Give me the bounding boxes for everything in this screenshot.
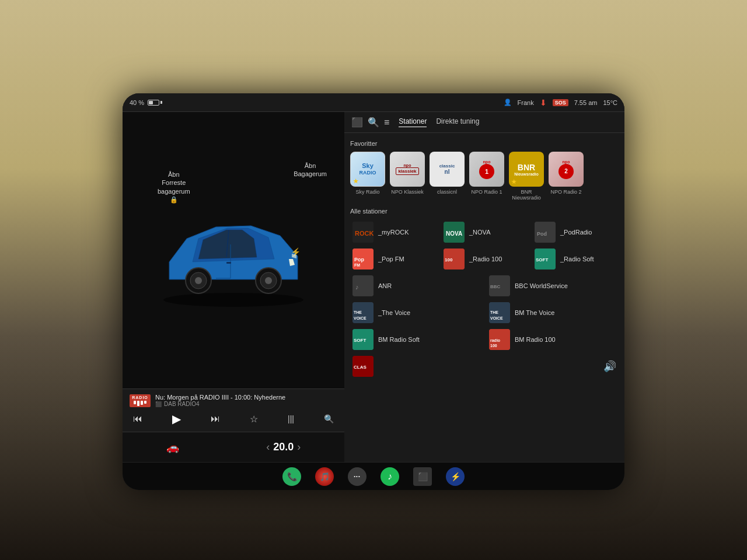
car-icon[interactable]: 🚗 — [166, 441, 179, 454]
stations-grid: ROCK _myROCK NOVA _NOVA Pod — [350, 219, 619, 379]
bm-radio100-thumb: radio100 — [489, 329, 510, 350]
download-icon: ⬇ — [540, 98, 547, 107]
station-nova[interactable]: NOVA _NOVA — [441, 219, 528, 245]
station-bm-radio100[interactable]: radio100 BM Radio 100 — [487, 327, 619, 352]
bluetooth-taskbar-icon[interactable]: ⚡ — [445, 466, 466, 487]
fav-bnr[interactable]: BNR Nieuwsradio ★ BNRNieuwsradio — [509, 152, 544, 201]
radio-bars — [134, 401, 146, 406]
svg-point-7 — [265, 277, 272, 284]
radio-badge: RADIO — [130, 394, 151, 407]
sky-radio-star: ★ — [353, 178, 358, 184]
battery-icon — [148, 100, 162, 106]
station-anr[interactable]: ♪ ANR — [350, 273, 482, 299]
status-right: 👤 Frank ⬇ SOS 7.55 am 15°C — [504, 98, 617, 107]
stations-row-5: SOFT BM Radio Soft radio100 BM Radio 100 — [350, 327, 619, 352]
svg-text:CLAS: CLAS — [354, 365, 366, 370]
station-radiosoft[interactable]: SOFT _Radio Soft — [532, 246, 619, 272]
right-panel: ⬛ 🔍 ≡ Stationer Direkte tuning Favoritte… — [344, 112, 624, 462]
favorite-button[interactable]: ☆ — [246, 412, 261, 426]
volume-icon: 🔊 — [603, 360, 616, 373]
bm-radio100-name: BM Radio 100 — [515, 336, 616, 343]
station-bm-voice[interactable]: THEVOICE BM The Voice — [487, 300, 619, 326]
right-header: ⬛ 🔍 ≡ Stationer Direkte tuning — [344, 112, 624, 133]
fav-npo-klassiek[interactable]: npo klassiek NPO Klassiek — [390, 152, 425, 201]
bm-soft-name: BM Radio Soft — [378, 336, 480, 343]
bnr-star: ★ — [511, 178, 516, 185]
npo-radio1-logo: npo 1 — [469, 152, 504, 187]
next-button[interactable]: ⏭ — [207, 412, 224, 425]
svg-text:FM: FM — [354, 263, 360, 267]
stations-row-1: ROCK _myROCK NOVA _NOVA Pod — [350, 219, 619, 245]
bnr-logo: BNR Nieuwsradio ★ — [509, 152, 544, 187]
dots-icon: ••• — [348, 467, 366, 486]
play-button[interactable]: ▶ — [169, 411, 184, 427]
station-podradio[interactable]: Pod _PodRadio — [532, 219, 619, 245]
prev-button[interactable]: ⏮ — [130, 412, 146, 425]
tv-taskbar-icon[interactable]: ⬛ — [412, 466, 433, 487]
tab-stationer[interactable]: Stationer — [399, 117, 427, 127]
station-bbc[interactable]: BBC BBC WorldService — [487, 273, 619, 299]
dots-taskbar-icon[interactable]: ••• — [347, 466, 368, 487]
all-stations-title: Alle stationer — [350, 208, 619, 215]
left-panel: ÅbnForrestebagagerum 🔒 ÅbnBagagerum — [123, 112, 344, 462]
station-popfm[interactable]: PopFM _Pop FM — [350, 246, 437, 272]
car-visualization: ⚡ — [123, 112, 344, 388]
audio-taskbar-icon[interactable]: 🎵 — [314, 466, 335, 487]
stations-row-4: THEVOICE _The Voice THEVOICE BM The Voic… — [350, 300, 619, 326]
svg-text:radio: radio — [490, 338, 500, 342]
spotify-icon: ♪ — [381, 467, 399, 486]
radio-label: RADIO — [132, 396, 148, 400]
radiosoft-name: _Radio Soft — [560, 256, 616, 262]
temperature-display: 15°C — [603, 99, 617, 106]
svg-text:THE: THE — [354, 310, 362, 314]
sky-radio-name: Sky Radio — [355, 189, 379, 195]
phone-taskbar-icon[interactable]: 📞 — [281, 466, 302, 487]
popfm-thumb: PopFM — [352, 249, 374, 270]
fav-sky-radio[interactable]: Sky RADIO ★ Sky Radio — [350, 152, 385, 201]
svg-point-0 — [163, 293, 303, 307]
npo-radio1-name: NPO Radio 1 — [471, 189, 502, 195]
search-icon[interactable]: 🔍 — [368, 117, 379, 128]
now-playing-info: Nu: Morgen på RADIO IIII - 10:00: Nyhede… — [155, 394, 285, 407]
fav-npo-radio2[interactable]: npo 2 NPO Radio 2 — [549, 152, 584, 201]
audio-icon: 🎵 — [315, 467, 334, 486]
tesla-screen: 40 % 👤 Frank ⬇ SOS 7.55 am 15°C ÅbnForre… — [123, 93, 624, 490]
equalizer-button[interactable]: ||| — [284, 413, 298, 425]
status-bar: 40 % 👤 Frank ⬇ SOS 7.55 am 15°C — [123, 93, 624, 112]
bluetooth-icon: ⚡ — [446, 467, 465, 486]
myrock-name: _myROCK — [378, 229, 434, 236]
npo-klassiek-logo: npo klassiek — [390, 152, 425, 187]
menu-icon[interactable]: ⬛ — [351, 117, 363, 128]
user-name: Frank — [518, 99, 534, 106]
bm-voice-thumb: THEVOICE — [489, 302, 510, 323]
bbc-name: BBC WorldService — [515, 282, 616, 289]
now-playing-bar: RADIO Nu: Morgen på RADIO IIII - 10:00: … — [123, 388, 344, 432]
anr-thumb: ♪ — [352, 275, 374, 296]
bnr-name: BNRNieuwsradio — [512, 189, 541, 201]
sky-radio-logo: Sky RADIO ★ — [350, 152, 385, 187]
temp-less-button[interactable]: ‹ — [266, 441, 270, 453]
station-voice[interactable]: THEVOICE _The Voice — [350, 300, 482, 326]
svg-text:100: 100 — [445, 257, 453, 262]
voice-name: _The Voice — [378, 309, 480, 316]
temperature-control: ‹ 20.0 › — [266, 441, 301, 453]
radio100-name: _Radio 100 — [469, 256, 525, 262]
search-button[interactable]: 🔍 — [320, 413, 337, 425]
track-text: Nu: Morgen på RADIO IIII - 10:00: Nyhede… — [155, 394, 285, 401]
now-playing-header: RADIO Nu: Morgen på RADIO IIII - 10:00: … — [130, 394, 337, 407]
user-icon: 👤 — [504, 99, 512, 106]
svg-rect-10 — [226, 262, 231, 264]
fav-npo-radio1[interactable]: npo 1 NPO Radio 1 — [469, 152, 504, 201]
station-myrock[interactable]: ROCK _myROCK — [350, 219, 437, 245]
station-radio100[interactable]: 100 _Radio 100 — [441, 246, 528, 272]
svg-text:100: 100 — [490, 344, 497, 348]
radiosoft-thumb: SOFT — [535, 249, 556, 270]
npo-radio2-logo: npo 2 — [549, 152, 584, 187]
station-bm-soft[interactable]: SOFT BM Radio Soft — [350, 327, 482, 352]
fav-classicnl[interactable]: classic nl classicnl — [430, 152, 465, 201]
temp-more-button[interactable]: › — [297, 441, 301, 453]
filter-icon[interactable]: ≡ — [384, 117, 389, 128]
tab-direkte[interactable]: Direkte tuning — [436, 117, 479, 127]
svg-point-4 — [195, 277, 202, 284]
spotify-taskbar-icon[interactable]: ♪ — [379, 466, 400, 487]
